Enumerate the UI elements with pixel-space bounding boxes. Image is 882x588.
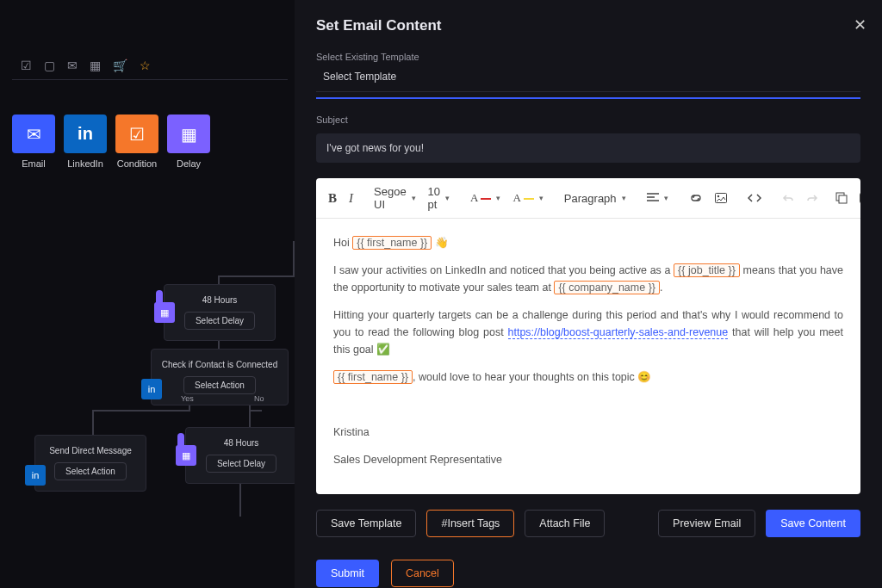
subject-input[interactable] bbox=[316, 133, 860, 163]
preview-email-button[interactable]: Preview Email bbox=[658, 510, 755, 537]
video-icon[interactable] bbox=[856, 191, 860, 205]
node-delay-48h-2[interactable]: ▦ 48 Hours Select Delay bbox=[185, 427, 297, 484]
linkedin-icon: in bbox=[25, 465, 46, 486]
svg-point-1 bbox=[717, 195, 718, 197]
select-delay-button[interactable]: Select Delay bbox=[206, 455, 276, 473]
check-icon: ☑ bbox=[129, 124, 145, 145]
email-content-modal: ✕ Set Email Content Select Existing Temp… bbox=[295, 0, 882, 588]
cart-icon[interactable]: 🛒 bbox=[113, 59, 127, 72]
body-text: I saw your activities on LinkedIn and no… bbox=[333, 264, 674, 276]
connector bbox=[92, 410, 94, 436]
signature-name: Kristina bbox=[333, 424, 843, 441]
editor-body[interactable]: Hoi {{ first_name }} 👋 I saw your activi… bbox=[316, 219, 860, 494]
attach-file-button[interactable]: Attach File bbox=[525, 510, 605, 537]
undo-button[interactable] bbox=[779, 191, 798, 205]
calendar-icon[interactable]: ▦ bbox=[90, 59, 101, 72]
node-title: 48 Hours bbox=[195, 438, 288, 448]
action-delay[interactable]: ▦ Delay bbox=[167, 115, 210, 169]
editor-toolbar: B I Segoe UI 10 pt A A Paragraph ⌄ bbox=[316, 178, 860, 219]
action-condition[interactable]: ☑ Condition bbox=[115, 115, 158, 169]
image-button[interactable] bbox=[711, 191, 730, 205]
wave-emoji: 👋 bbox=[435, 237, 449, 249]
calendar-icon: ▦ bbox=[176, 445, 196, 466]
highlight-button[interactable]: A bbox=[509, 189, 546, 207]
chat-icon[interactable]: ▢ bbox=[44, 59, 55, 72]
rich-text-editor: B I Segoe UI 10 pt A A Paragraph ⌄ bbox=[316, 178, 860, 494]
calendar-icon: ▦ bbox=[181, 124, 197, 145]
flow-canvas: ▦ 48 Hours Select Delay in Check if Cont… bbox=[0, 241, 293, 585]
checklist-icon[interactable]: ☑ bbox=[21, 59, 32, 72]
linkedin-icon: in bbox=[141, 379, 162, 399]
envelope-icon: ✉ bbox=[27, 124, 41, 145]
font-size-select[interactable]: 10 pt bbox=[425, 183, 453, 213]
linkedin-icon: in bbox=[78, 124, 93, 144]
branch-yes: Yes bbox=[181, 394, 194, 403]
merge-tag-first-name: {{ first_name }} bbox=[333, 370, 413, 384]
submit-button[interactable]: Submit bbox=[316, 560, 379, 587]
cancel-button[interactable]: Cancel bbox=[391, 560, 454, 587]
svg-rect-3 bbox=[839, 195, 847, 203]
branch-no: No bbox=[254, 394, 264, 403]
merge-tag-company: {{ company_name }} bbox=[554, 281, 660, 294]
action-linkedin[interactable]: in LinkedIn bbox=[64, 115, 107, 169]
node-condition[interactable]: in Check if Contact is Connected Select … bbox=[151, 349, 289, 405]
redo-button[interactable] bbox=[803, 191, 822, 205]
action-label: Delay bbox=[167, 158, 210, 169]
modal-title: Set Email Content bbox=[316, 17, 860, 34]
connector bbox=[218, 275, 220, 284]
action-palette: ✉ Email in LinkedIn ☑ Condition ▦ Delay bbox=[12, 115, 288, 169]
font-family-select[interactable]: Segoe UI bbox=[370, 183, 419, 213]
action-email[interactable]: ✉ Email bbox=[12, 115, 55, 169]
left-toolbar: ☑ ▢ ✉ ▦ 🛒 ☆ bbox=[12, 52, 288, 80]
svg-rect-4 bbox=[860, 194, 860, 203]
star-icon[interactable]: ☆ bbox=[140, 59, 151, 72]
node-send-dm[interactable]: in Send Direct Message Select Action bbox=[34, 435, 146, 492]
action-label: Email bbox=[12, 158, 55, 169]
align-button[interactable] bbox=[643, 191, 672, 205]
save-template-button[interactable]: Save Template bbox=[316, 510, 416, 537]
body-text: , would love to hear your thoughts on th… bbox=[413, 371, 651, 383]
connector bbox=[92, 410, 190, 412]
save-content-button[interactable]: Save Content bbox=[766, 510, 860, 537]
connector bbox=[249, 410, 262, 412]
mail-icon[interactable]: ✉ bbox=[67, 59, 78, 72]
subject-label: Subject bbox=[316, 115, 860, 125]
link-button[interactable] bbox=[686, 191, 706, 205]
bold-button[interactable]: B bbox=[325, 189, 340, 207]
template-select[interactable]: Select Template bbox=[316, 65, 860, 92]
code-view-button[interactable] bbox=[744, 191, 765, 205]
merge-tag-job-title: {{ job_title }} bbox=[674, 263, 740, 277]
select-action-button[interactable]: Select Action bbox=[183, 376, 256, 394]
insert-tags-button[interactable]: #Insert Tags bbox=[426, 510, 514, 537]
node-title: 48 Hours bbox=[173, 295, 266, 305]
close-icon[interactable]: ✕ bbox=[854, 15, 866, 34]
body-link[interactable]: https://blog/boost-quarterly-sales-and-r… bbox=[508, 326, 729, 339]
connector bbox=[249, 410, 251, 427]
action-label: LinkedIn bbox=[64, 158, 107, 169]
node-delay-48h[interactable]: ▦ 48 Hours Select Delay bbox=[164, 284, 276, 341]
copy-icon[interactable] bbox=[832, 190, 851, 206]
accent-divider bbox=[316, 97, 860, 99]
select-delay-button[interactable]: Select Delay bbox=[184, 312, 255, 330]
connector bbox=[218, 275, 295, 277]
node-title: Send Direct Message bbox=[44, 446, 137, 455]
italic-button[interactable]: I bbox=[345, 189, 357, 207]
calendar-icon: ▦ bbox=[154, 302, 175, 323]
body-text: . bbox=[660, 282, 662, 294]
node-title: Check if Contact is Connected bbox=[160, 360, 279, 369]
select-action-button[interactable]: Select Action bbox=[54, 462, 127, 480]
merge-tag-first-name: {{ first_name }} bbox=[352, 236, 432, 250]
signature-role: Sales Development Representative bbox=[333, 451, 843, 468]
check-emoji: ✅ bbox=[376, 344, 390, 356]
body-text: Hoi bbox=[333, 237, 352, 249]
action-label: Condition bbox=[115, 158, 158, 169]
paragraph-select[interactable]: Paragraph bbox=[561, 190, 630, 207]
font-color-button[interactable]: A bbox=[467, 189, 504, 207]
template-label: Select Existing Template bbox=[316, 52, 860, 62]
